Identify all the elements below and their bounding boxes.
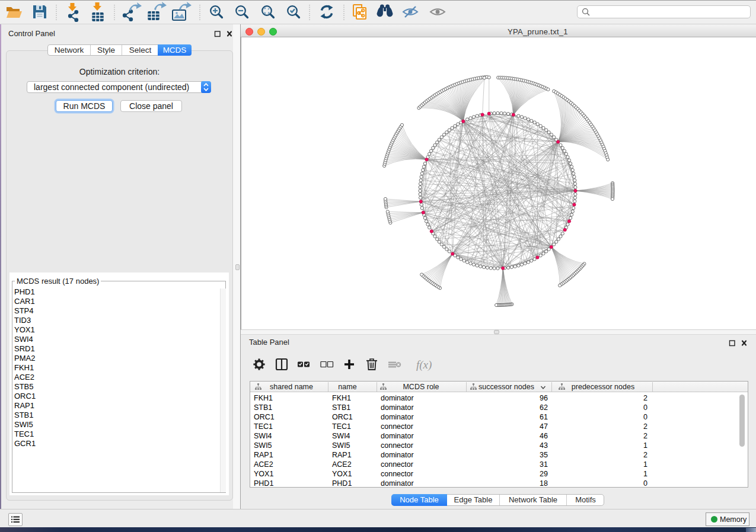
svg-text:f(x): f(x) xyxy=(416,358,432,371)
